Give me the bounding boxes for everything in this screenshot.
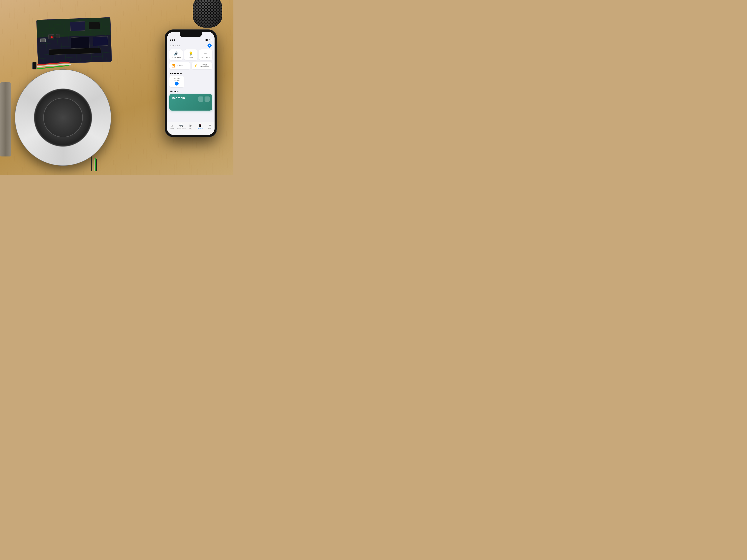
tab-play[interactable]: ▶ Play	[186, 124, 196, 130]
wire-connector	[91, 157, 92, 171]
favourites-section-header: Favourites	[167, 71, 214, 76]
play-tab-icon: ▶	[189, 124, 192, 128]
battery-icon: ▮	[210, 39, 212, 41]
add-favourite-plus-icon[interactable]: +	[175, 82, 179, 85]
energy-icon: ⚡	[194, 64, 198, 68]
app-title: DEVICES	[170, 45, 180, 47]
favourites-section: Add New Favourite +	[167, 76, 214, 89]
phone-screen: 3:38 ▐▐▐ ▾ ▮ DEVICES + 🔊 Echo & Alexa	[167, 32, 214, 135]
more-tab-icon: ≡	[209, 124, 211, 127]
bedroom-devices-preview	[198, 97, 210, 102]
play-tab-label: Play	[189, 128, 192, 130]
all-devices-icon: ···	[204, 51, 207, 56]
echo-icon: 🔊	[174, 51, 178, 56]
communicate-tab-icon: 💬	[179, 124, 183, 128]
home-tab-label: Home	[170, 128, 174, 129]
phone-notch	[180, 32, 202, 37]
device-silhouette-1	[198, 97, 203, 102]
energy-label: Energy Dashboard	[199, 64, 210, 68]
usb-cable	[0, 82, 11, 157]
devices-tab-icon: 📱	[198, 124, 202, 128]
status-time: 3:38	[170, 38, 175, 41]
wire-green	[95, 158, 96, 171]
hunches-item[interactable]: 🔁 Hunches	[169, 62, 190, 70]
device-row2: 🔁 Hunches ⚡ Energy Dashboard	[167, 62, 214, 71]
tab-home[interactable]: ⌂ Home	[167, 124, 177, 129]
echo-alexa-item[interactable]: 🔊 Echo & Alexa	[169, 49, 183, 60]
status-icons: ▐▐▐ ▾ ▮	[204, 39, 212, 41]
amazon-echo-speaker	[193, 0, 222, 28]
circuit-board	[36, 17, 112, 64]
groups-section-header: Groups	[167, 89, 214, 94]
device-grid: 🔊 Echo & Alexa 💡 Lights ··· All Devices	[167, 49, 214, 62]
add-favourite-label: Add New Favourite	[172, 78, 182, 81]
echo-label: Echo & Alexa	[171, 56, 181, 58]
add-favourite-button[interactable]: Add New Favourite +	[169, 76, 184, 87]
more-tab-label: More	[208, 128, 211, 129]
devices-tab-label: Devices	[198, 128, 203, 130]
hunches-icon: 🔁	[172, 64, 175, 68]
tab-devices[interactable]: 📱 Devices	[196, 124, 205, 130]
bedroom-group-card[interactable]: Bedroom	[169, 94, 212, 111]
all-devices-item[interactable]: ··· All Devices	[199, 49, 212, 60]
communicate-tab-label: Communicate	[177, 128, 186, 130]
device-silhouette-2	[205, 97, 210, 102]
add-device-button[interactable]: +	[207, 44, 212, 48]
led-strip-reel	[15, 70, 111, 166]
energy-dashboard-item[interactable]: ⚡ Energy Dashboard	[191, 62, 212, 70]
phone-device: 3:38 ▐▐▐ ▾ ▮ DEVICES + 🔊 Echo & Alexa	[165, 30, 217, 137]
lights-item[interactable]: 💡 Lights	[184, 49, 198, 60]
wire-red	[93, 158, 93, 171]
tab-communicate[interactable]: 💬 Communicate	[177, 124, 186, 130]
wifi-icon: ▾	[209, 39, 210, 41]
all-devices-label: All Devices	[202, 56, 210, 58]
wire-white	[94, 159, 95, 171]
hunches-label: Hunches	[177, 65, 183, 67]
tab-more[interactable]: ≡ More	[205, 124, 214, 129]
phone-container: 3:38 ▐▐▐ ▾ ▮ DEVICES + 🔊 Echo & Alexa	[165, 30, 217, 137]
lights-label: Lights	[188, 56, 193, 58]
app-header: DEVICES +	[167, 43, 214, 49]
bedroom-title: Bedroom	[172, 97, 185, 100]
wire-connector-plug	[32, 62, 36, 70]
lights-icon: 💡	[188, 51, 193, 56]
groups-section: Bedroom	[167, 94, 214, 112]
wire-dark	[96, 159, 97, 171]
tab-bar: ⌂ Home 💬 Communicate ▶ Play 📱 Devices ≡	[167, 122, 214, 135]
signal-icon: ▐▐▐	[204, 39, 208, 41]
home-tab-icon: ⌂	[171, 124, 173, 127]
